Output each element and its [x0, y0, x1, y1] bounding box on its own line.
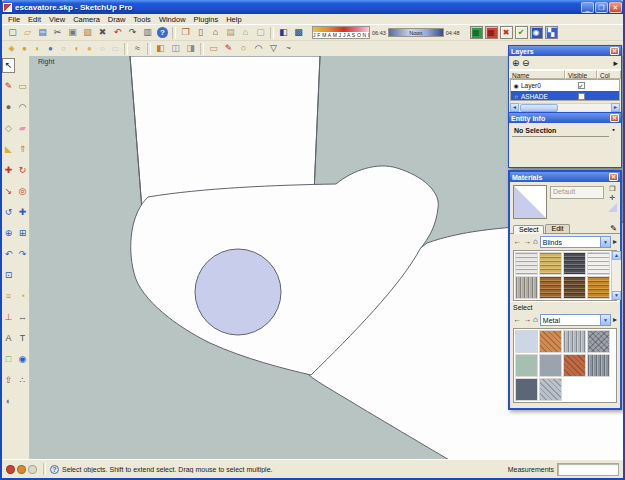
- materials-vertical-scrollbar[interactable]: ▲ ▼: [611, 251, 621, 300]
- orbit-tool-button[interactable]: ↺: [2, 205, 15, 220]
- menu-window[interactable]: Window: [155, 15, 190, 24]
- protractor-tool-button[interactable]: ◔: [16, 289, 29, 304]
- arc-tool-button[interactable]: ◠: [16, 100, 29, 115]
- status-attribution-icon-2[interactable]: [17, 465, 26, 474]
- eyedropper-icon[interactable]: ✎: [610, 224, 617, 233]
- yellow-pie-tool-button[interactable]: ●: [83, 42, 96, 56]
- close-button[interactable]: ✕: [609, 2, 622, 13]
- layers-panel-titlebar[interactable]: Layers ✕: [509, 46, 621, 56]
- menu-help[interactable]: Help: [222, 15, 245, 24]
- yellow-circle-tool-button[interactable]: ●: [18, 42, 31, 56]
- restore-button[interactable]: ❐: [595, 2, 608, 13]
- layer-row-ashade[interactable]: ○ ASHADE: [511, 91, 619, 101]
- remove-layer-button[interactable]: ⊖: [522, 58, 530, 68]
- materials-titlebar[interactable]: Materials ✕: [510, 172, 620, 182]
- blue-sphere-tool-button[interactable]: ●: [44, 42, 57, 56]
- position-camera-tool-button[interactable]: ⇧: [2, 373, 15, 388]
- rectangle-tool-button[interactable]: ▭: [16, 79, 29, 94]
- sample-paint-swatch[interactable]: [608, 203, 617, 212]
- iso-view-button[interactable]: ⌂: [208, 26, 223, 40]
- erase-button[interactable]: ✖: [95, 26, 110, 40]
- layers-close-icon[interactable]: ✕: [610, 47, 619, 55]
- forward-icon[interactable]: →: [523, 238, 531, 246]
- rectangle-tool-button[interactable]: ▭: [206, 42, 221, 56]
- forward-icon[interactable]: →: [523, 316, 531, 324]
- plugin-pattern-button[interactable]: ▚: [545, 26, 558, 39]
- title-bar[interactable]: escavatore.skp - SketchUp Pro _ ❐ ✕: [0, 0, 625, 14]
- look-around-tool-button[interactable]: ◉: [16, 352, 29, 367]
- line-tool-button[interactable]: ✎: [2, 79, 15, 94]
- text-tool-button[interactable]: A: [2, 331, 15, 346]
- white-ring-tool-button[interactable]: ○: [96, 42, 109, 56]
- material-swatch[interactable]: [539, 378, 562, 401]
- yellow-tag-tool-button[interactable]: ◗: [31, 42, 44, 56]
- material-swatch[interactable]: [515, 276, 538, 299]
- layer-row-layer0[interactable]: ◉ Layer0 ✓: [511, 80, 619, 91]
- walk-tool-button[interactable]: ∴: [16, 373, 29, 388]
- menu-tools[interactable]: Tools: [129, 15, 155, 24]
- material-swatch[interactable]: [515, 252, 538, 275]
- column-visible[interactable]: Visible: [565, 70, 597, 79]
- eraser-tool-button[interactable]: ▰: [16, 121, 29, 136]
- home-icon[interactable]: ⌂: [533, 238, 538, 246]
- material-swatch[interactable]: [587, 330, 610, 353]
- textured-style-button[interactable]: ▩: [291, 26, 306, 40]
- chevron-down-icon[interactable]: ▼: [600, 237, 610, 247]
- yellow-arrow-tool-button[interactable]: ◈: [5, 42, 18, 56]
- offset-tool-button[interactable]: ◎: [16, 184, 29, 199]
- gray-cube-view-button[interactable]: ◨: [183, 42, 198, 56]
- help-question-icon[interactable]: ?: [50, 465, 59, 474]
- material-swatch[interactable]: [587, 252, 610, 275]
- menu-edit[interactable]: Edit: [24, 15, 45, 24]
- move-tool-button[interactable]: ✚: [2, 163, 15, 178]
- rotate-tool-button[interactable]: ↻: [16, 163, 29, 178]
- scroll-left-icon[interactable]: ◄: [510, 103, 519, 112]
- help-button[interactable]: ?: [157, 27, 168, 38]
- paste-button[interactable]: ▨: [80, 26, 95, 40]
- print-button[interactable]: ▥: [140, 26, 155, 40]
- chevron-down-icon[interactable]: ▼: [600, 315, 610, 325]
- measurements-input[interactable]: [557, 463, 619, 476]
- material-swatch[interactable]: [539, 252, 562, 275]
- scrollbar-thumb[interactable]: [520, 104, 558, 112]
- scale-tool-button[interactable]: ↘: [2, 184, 15, 199]
- white-oval-tool-button[interactable]: ▭: [109, 42, 122, 56]
- home-icon[interactable]: ⌂: [533, 316, 538, 324]
- collection-dropdown-2[interactable]: Metal ▼: [540, 314, 611, 326]
- material-swatch[interactable]: [515, 330, 538, 353]
- material-swatch[interactable]: [587, 276, 610, 299]
- add-layer-button[interactable]: ⊕: [512, 58, 520, 68]
- material-swatch[interactable]: [563, 330, 586, 353]
- tab-edit[interactable]: Edit: [545, 224, 569, 233]
- tape-measure-tool-button[interactable]: ≡: [2, 289, 15, 304]
- entity-info-details-icon[interactable]: ▪: [609, 126, 618, 137]
- menu-plugins[interactable]: Plugins: [190, 15, 223, 24]
- shaded-style-button[interactable]: ◧: [276, 26, 291, 40]
- back-icon[interactable]: ←: [513, 238, 521, 246]
- make-component-button[interactable]: ❒: [178, 26, 193, 40]
- column-color[interactable]: Col: [597, 70, 621, 79]
- material-swatch[interactable]: [539, 354, 562, 377]
- material-swatch[interactable]: [539, 276, 562, 299]
- shadow-date-slider[interactable]: J F M A M J J A S O N D: [312, 26, 370, 39]
- circle-tool-button[interactable]: ●: [2, 100, 15, 115]
- menu-view[interactable]: View: [45, 15, 69, 24]
- new-button[interactable]: ▢: [5, 26, 20, 40]
- material-swatch[interactable]: [563, 252, 586, 275]
- zoom-extents-tool-button[interactable]: ⊡: [2, 268, 15, 283]
- undo-button[interactable]: ↶: [110, 26, 125, 40]
- yellow-arc-tool-button[interactable]: ◖: [70, 42, 83, 56]
- dimension-tool-button[interactable]: ↔: [16, 310, 29, 325]
- open-button[interactable]: ▱: [20, 26, 35, 40]
- details-arrow-icon[interactable]: ▸: [613, 238, 617, 246]
- arc-tool-button[interactable]: ◠: [251, 42, 266, 56]
- orange-cube-view-button[interactable]: ◧: [153, 42, 168, 56]
- polygon-tool-button[interactable]: ◇: [2, 121, 15, 136]
- plugin-confirm-button[interactable]: ✔: [515, 26, 528, 39]
- entity-info-close-icon[interactable]: ✕: [610, 114, 619, 122]
- layer-visible-checkbox[interactable]: ✓: [578, 82, 585, 89]
- polygon-tool-button[interactable]: ▽: [266, 42, 281, 56]
- minimize-button[interactable]: _: [581, 2, 594, 13]
- details-arrow-icon[interactable]: ▸: [613, 316, 617, 324]
- plugin-info-button[interactable]: ◉: [530, 26, 543, 39]
